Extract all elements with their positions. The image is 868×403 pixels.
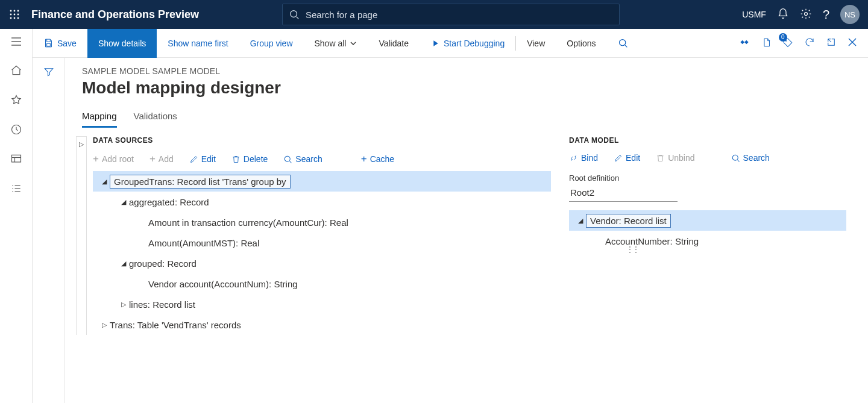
chevron-down-icon[interactable]: ◢ [118, 260, 129, 267]
edit-button[interactable]: Edit [187, 153, 218, 165]
svg-point-31 [285, 156, 291, 161]
chevron-down-icon[interactable]: ◢ [99, 178, 110, 186]
svg-point-11 [804, 12, 807, 15]
tree-node-accountnumber[interactable]: AccountNumber: String [569, 231, 846, 251]
svg-point-2 [17, 10, 19, 12]
top-navbar: Finance and Operations Preview Search fo… [0, 0, 868, 29]
svg-point-0 [10, 10, 12, 12]
validate-button[interactable]: Validate [368, 29, 420, 58]
root-definition-label: Root definition [569, 173, 846, 183]
show-details-button[interactable]: Show details [87, 29, 157, 58]
home-icon[interactable] [10, 64, 22, 78]
tree-node-aggregated[interactable]: ◢ aggregated: Record [93, 192, 551, 212]
bell-icon[interactable] [777, 8, 789, 22]
data-model-tree: ◢ Vendor: Record list AccountNumber: Str… [569, 210, 846, 251]
unbind-button[interactable]: Unbind [653, 152, 697, 164]
tree-node-lines[interactable]: ▷ lines: Record list [93, 294, 551, 314]
show-name-first-button[interactable]: Show name first [157, 29, 239, 58]
search-placeholder: Search for a page [306, 10, 377, 20]
popout-icon[interactable] [826, 37, 837, 49]
breadcrumb: SAMPLE MODEL SAMPLE MODEL [82, 66, 868, 76]
command-bar: Save Show details Show name first Group … [33, 29, 868, 58]
svg-point-3 [10, 14, 12, 16]
filter-column [33, 58, 65, 403]
refresh-icon[interactable] [804, 37, 815, 49]
splitter-handle[interactable]: ⋮⋮ [626, 245, 638, 254]
data-sources-heading: DATA SOURCES [93, 136, 551, 145]
chevron-right-icon[interactable]: ▷ [99, 321, 110, 329]
svg-rect-25 [47, 43, 51, 46]
show-all-dropdown[interactable]: Show all [304, 29, 368, 58]
star-icon[interactable] [10, 94, 22, 108]
search-ds-button[interactable]: Search [281, 153, 324, 165]
recent-icon[interactable] [10, 123, 22, 137]
svg-point-1 [14, 10, 16, 12]
global-search[interactable]: Search for a page [282, 4, 620, 25]
svg-line-10 [297, 17, 299, 19]
svg-line-27 [624, 45, 626, 47]
delete-button[interactable]: Delete [229, 153, 270, 165]
hamburger-icon[interactable] [10, 36, 22, 49]
app-title: Finance and Operations Preview [31, 8, 199, 21]
view-menu[interactable]: View [516, 29, 556, 58]
workspace-icon[interactable] [10, 153, 22, 167]
start-debugging-button[interactable]: Start Debugging [420, 29, 515, 58]
svg-point-7 [14, 17, 16, 19]
svg-line-34 [737, 160, 739, 161]
svg-point-33 [732, 155, 738, 160]
tree-node-accountnum[interactable]: Vendor account(AccountNum): String [93, 273, 551, 294]
group-view-button[interactable]: Group view [239, 29, 304, 58]
modules-icon[interactable] [10, 183, 22, 196]
filter-icon[interactable] [43, 66, 54, 403]
chevron-down-icon[interactable]: ◢ [118, 198, 129, 206]
add-button[interactable]: +Add [147, 152, 176, 166]
search-page-button[interactable] [607, 29, 639, 58]
collapsed-pane-handle[interactable]: ▷ [76, 136, 87, 335]
page-title: Model mapping designer [82, 78, 868, 98]
edit-dm-button[interactable]: Edit [611, 152, 643, 164]
tree-node-trans[interactable]: ▷ Trans: Table 'VendTrans' records [93, 314, 551, 335]
root-definition-value[interactable]: Root2 [569, 184, 678, 202]
tree-node-grouped[interactable]: ◢ grouped: Record [93, 253, 551, 273]
save-button[interactable]: Save [33, 29, 87, 58]
bind-button[interactable]: Bind [567, 152, 600, 164]
data-model-heading: DATA MODEL [569, 136, 846, 145]
company-code[interactable]: USMF [742, 10, 766, 19]
attach-icon[interactable] [738, 37, 750, 49]
document-icon[interactable] [761, 37, 772, 50]
tree-node-amountmst[interactable]: Amount(AmountMST): Real [93, 233, 551, 253]
close-icon[interactable] [848, 37, 857, 49]
waffle-icon[interactable] [0, 0, 29, 29]
tree-node-vendor[interactable]: ◢ Vendor: Record list [569, 210, 846, 231]
tab-validations[interactable]: Validations [134, 111, 177, 128]
tree-node-amountcur[interactable]: Amount in transaction currency(AmountCur… [93, 212, 551, 233]
svg-point-4 [14, 14, 16, 16]
options-menu[interactable]: Options [556, 29, 606, 58]
user-avatar[interactable]: NS [840, 5, 860, 24]
svg-point-8 [17, 17, 19, 19]
svg-point-6 [10, 17, 12, 19]
tab-mapping[interactable]: Mapping [82, 111, 117, 128]
search-dm-button[interactable]: Search [729, 152, 772, 164]
add-root-button[interactable]: +Add root [90, 152, 136, 166]
chevron-down-icon[interactable]: ◢ [575, 217, 586, 225]
cache-button[interactable]: +Cache [359, 152, 397, 166]
svg-line-32 [290, 161, 292, 163]
left-nav-rail [0, 29, 33, 403]
svg-point-5 [17, 14, 19, 16]
svg-rect-16 [11, 155, 20, 162]
svg-point-9 [291, 11, 297, 17]
data-sources-tree: ◢ GroupedTrans: Record list 'Trans' grou… [93, 171, 551, 335]
svg-point-26 [619, 40, 625, 46]
notification-tag-icon[interactable]: 0 [782, 37, 793, 49]
help-icon[interactable]: ? [823, 8, 829, 22]
tree-node-groupedtrans[interactable]: ◢ GroupedTrans: Record list 'Trans' grou… [93, 171, 551, 192]
chevron-right-icon[interactable]: ▷ [118, 301, 129, 308]
gear-icon[interactable] [800, 8, 812, 22]
